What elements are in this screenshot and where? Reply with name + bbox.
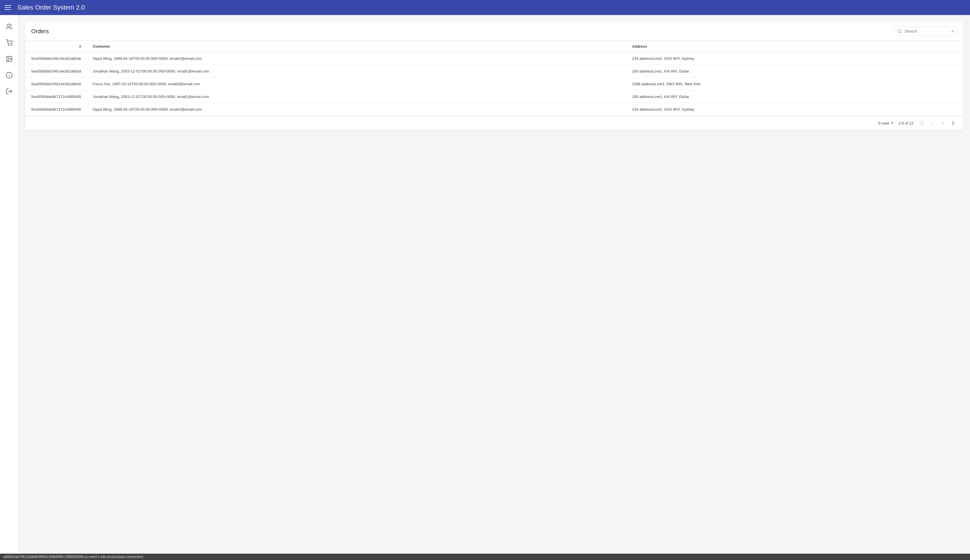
cell-address: 100 addressLine1, KI4 89Y, Dubai: [626, 90, 963, 103]
table-row[interactable]: 5ea5560dbc54b14e3d1a6b3dJonathan Wang, 2…: [25, 65, 963, 78]
orders-header: Orders ×: [25, 22, 963, 41]
table-row[interactable]: 5ea5560dde9b7172c4980405Jonathan Wang, 2…: [25, 90, 963, 103]
sidebar-item-info[interactable]: [2, 68, 16, 82]
sidebar-item-logout[interactable]: [2, 84, 16, 98]
sidebar-item-orders[interactable]: [2, 36, 16, 50]
svg-point-4: [8, 58, 9, 58]
col-header-address: Address: [626, 41, 963, 52]
cell-customer: Jonathan Wang, 2003-12-01T00:00:00.000+0…: [87, 65, 626, 78]
table-row[interactable]: 5ea5560dbc54b14e3d1a6b40Focus Out, 1997-…: [25, 78, 963, 90]
cell-customer: Oppa Wing, 1998-04-18T00:00:00.000+0000,…: [87, 103, 626, 116]
users-icon: [6, 23, 13, 30]
info-icon: [6, 72, 13, 78]
table-row[interactable]: 5ea5560dde9b7172c4980406Oppa Wing, 1998-…: [25, 103, 963, 116]
table-header-row: # Customer Address: [25, 41, 963, 52]
sidebar-item-media[interactable]: [2, 52, 16, 66]
cell-order-id: 5ea5560dbc54b14e3d1a6b40: [25, 78, 87, 90]
svg-point-0: [7, 24, 10, 26]
svg-point-2: [11, 45, 12, 46]
cell-address: 234 addressLine2, GH3 9HY, Sydney: [626, 103, 963, 116]
pagination-first-button[interactable]: ⟨|: [918, 119, 926, 127]
cell-order-id: 5ea5560dbc54b14e3d1a6b3d: [25, 65, 87, 78]
cell-address: 1098 addressLine3, SW3 90G, New York: [626, 78, 963, 90]
pagination: 5 rows ▼ 1-5 of 12 ⟨| ‹ › |⟩: [25, 116, 963, 130]
cell-order-id: 5ea5560dde9b7172c4980405: [25, 90, 87, 103]
svg-point-1: [8, 45, 9, 46]
hamburger-menu[interactable]: [5, 4, 12, 11]
svg-line-10: [900, 32, 902, 33]
search-icon: [897, 28, 902, 34]
orders-title: Orders: [31, 28, 49, 35]
pagination-next-button[interactable]: ›: [939, 119, 947, 127]
sidebar-item-users[interactable]: [2, 20, 16, 33]
rows-per-page-selector[interactable]: 5 rows ▼: [878, 121, 894, 125]
search-box: ×: [894, 27, 957, 36]
orders-table: # Customer Address 5ea5560dbc54b14e3d1a6…: [25, 41, 963, 116]
pagination-prev-button[interactable]: ‹: [928, 119, 937, 127]
cell-customer: Jonathan Wang, 2003-12-01T00:00:00.000+0…: [87, 90, 626, 103]
cell-customer: Focus Out, 1997-02-14T00:00:00.000+0000,…: [87, 78, 626, 90]
cell-order-id: 5ea5560dbc54b14e3d1a6b3e: [25, 52, 87, 65]
sidebar: [0, 15, 18, 553]
cell-customer: Oppa Wing, 1998-04-18T00:00:00.000+0000,…: [87, 52, 626, 65]
rows-per-page-value: 5 rows: [878, 121, 889, 125]
col-header-customer: Customer: [87, 41, 626, 52]
rows-select-arrow-icon: ▼: [890, 121, 894, 125]
table-row[interactable]: 5ea5560dbc54b14e3d1a6b3eOppa Wing, 1998-…: [25, 52, 963, 65]
image-icon: [6, 55, 13, 62]
main-layout: Orders × # Customer Address: [0, 15, 970, 553]
search-input[interactable]: [904, 29, 948, 33]
status-bar: a08003ab7d5124db883f66413fd84489-1586928…: [0, 553, 970, 560]
app-title: Sales Order System 2.0: [17, 4, 85, 11]
col-header-number: #: [25, 41, 87, 52]
status-url: a08003ab7d5124db883f66413fd84489-1586928…: [3, 555, 143, 559]
content-area: Orders × # Customer Address: [18, 15, 970, 553]
cell-address: 234 addressLine2, GH3 9HY, Sydney: [626, 52, 963, 65]
top-bar: Sales Order System 2.0: [0, 0, 970, 15]
pagination-info: 1-5 of 12: [898, 121, 913, 125]
cart-icon: [6, 39, 13, 46]
cell-order-id: 5ea5560dde9b7172c4980406: [25, 103, 87, 116]
pagination-last-button[interactable]: |⟩: [949, 119, 957, 127]
orders-panel: Orders × # Customer Address: [25, 22, 963, 130]
cell-address: 100 addressLine1, KI4 89Y, Dubai: [626, 65, 963, 78]
logout-icon: [6, 88, 13, 95]
search-clear-button[interactable]: ×: [951, 28, 954, 34]
